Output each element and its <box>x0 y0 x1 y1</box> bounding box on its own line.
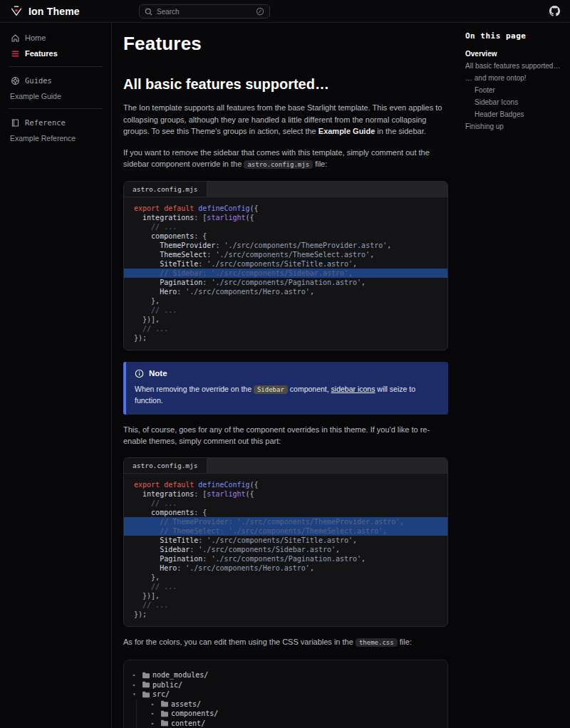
caret-right-icon: ▸ <box>133 672 142 678</box>
code-block-header: astro.config.mjs <box>124 458 447 474</box>
paragraph-reenable: This, of course, goes for any of the com… <box>123 424 448 447</box>
code-line: // ... <box>124 600 447 610</box>
code-lines[interactable]: export default defineConfig({ integratio… <box>124 474 447 626</box>
code-line: // ... <box>124 222 447 232</box>
tree-item-assets[interactable]: ▸assets/ <box>133 700 439 709</box>
code-block-sidebar-override: astro.config.mjs export default defineCo… <box>123 181 448 350</box>
paragraph-text: file: <box>398 638 412 646</box>
sidebar-group-label: Reference <box>25 118 66 127</box>
paragraph-text: As for the colors, you can edit them usi… <box>123 638 356 646</box>
toc-list: OverviewAll basic features supported…… a… <box>465 48 563 132</box>
indent-guide <box>136 700 151 709</box>
tree-item-components[interactable]: ▸components/ <box>133 709 439 719</box>
folder-icon <box>142 691 152 698</box>
inline-code-theme-css: theme.css <box>356 638 398 647</box>
code-line: export default defineConfig({ <box>124 204 447 213</box>
paragraph-text: file: <box>313 160 327 168</box>
code-line: // ... <box>124 324 447 333</box>
code-line-highlighted: // Sidebar: './src/components/Sidebar.as… <box>124 269 447 278</box>
folder-icon <box>160 700 171 707</box>
code-filename: astro.config.mjs <box>133 185 198 193</box>
code-line: Hero: './src/components/Hero.astro', <box>124 563 447 573</box>
sidebar-divider <box>9 66 103 67</box>
folder-icon <box>142 681 152 688</box>
toc-item-sidebar-icons[interactable]: Sidebar Icons <box>465 96 563 108</box>
bold-example-guide: Example Guide <box>318 127 375 135</box>
code-line: integrations: [starlight({ <box>124 213 447 222</box>
sidebar-item-example-reference[interactable]: Example Reference <box>9 131 103 145</box>
code-line: }); <box>124 610 447 619</box>
ion-logo-icon <box>10 5 23 17</box>
search-input[interactable]: Search <box>139 4 270 19</box>
code-line: }, <box>124 573 447 582</box>
main-content: Features All basic features supported… T… <box>112 23 460 728</box>
file-tree: ▸node_modules/▸public/▾src/▸assets/▸comp… <box>123 660 448 728</box>
toc-item-overview[interactable]: Overview <box>465 48 563 60</box>
tree-folder-label: components/ <box>171 709 218 717</box>
tree-item-node_modules[interactable]: ▸node_modules/ <box>133 670 439 680</box>
caret-down-icon: ▾ <box>133 691 142 697</box>
code-line: // ... <box>124 499 447 508</box>
code-line: Pagination: './src/components/Pagination… <box>124 554 447 563</box>
tree-folder-label: src/ <box>152 690 170 698</box>
indent-guide <box>136 709 151 719</box>
note-text: When removing the override on the <box>135 385 254 393</box>
tree-folder-label: content/ <box>171 719 205 727</box>
code-line: components: { <box>124 508 447 517</box>
tree-folder-label: public/ <box>152 681 182 689</box>
toc-item-footer[interactable]: Footer <box>465 84 563 96</box>
sidebar-item-features[interactable]: Features <box>9 46 103 61</box>
paragraph-sidebar-removal: If you want to remove the sidebar that c… <box>123 147 448 171</box>
code-tab-filename[interactable]: astro.config.mjs <box>124 182 207 197</box>
sidebar-group-guides[interactable]: Guides <box>9 72 103 89</box>
sidebar-divider <box>9 108 103 109</box>
caret-right-icon: ▸ <box>133 682 142 688</box>
tree-item-src[interactable]: ▾src/ <box>133 690 439 700</box>
code-line: })], <box>124 591 447 600</box>
tree-folder-label: assets/ <box>171 700 201 708</box>
inline-code-astro-config: astro.config.mjs <box>244 160 313 169</box>
search-placeholder: Search <box>157 8 252 16</box>
toc-item-all-basic-features-supported[interactable]: All basic features supported… <box>465 60 563 72</box>
site-logo[interactable]: Ion Theme <box>10 5 80 17</box>
code-line: Pagination: './src/components/Pagination… <box>124 278 447 287</box>
paragraph-intro: The Ion template supports all features f… <box>123 102 448 137</box>
code-tab-filename[interactable]: astro.config.mjs <box>124 458 207 473</box>
sidebar-item-home[interactable]: Home <box>9 30 103 46</box>
search-icon <box>145 8 152 16</box>
site-title: Ion Theme <box>28 6 80 17</box>
slash-shortcut-icon <box>256 7 264 16</box>
sidebar-icons-link[interactable]: sidebar icons <box>331 385 375 393</box>
paragraph-colors: As for the colors, you can edit them usi… <box>123 636 448 649</box>
code-line-highlighted: // ThemeProvider: './src/components/Them… <box>124 517 447 526</box>
tree-folder-label: node_modules/ <box>152 671 208 679</box>
code-line: integrations: [starlight({ <box>124 489 447 499</box>
note-title: Note <box>149 369 167 378</box>
home-icon <box>10 33 20 43</box>
sidebar-group-label: Guides <box>25 76 52 85</box>
code-line: Hero: './src/components/Hero.astro', <box>124 287 447 296</box>
lifebuoy-icon <box>10 76 20 85</box>
tree-item-content[interactable]: ▸content/ <box>133 719 439 728</box>
note-text: component, <box>288 385 331 393</box>
code-line: })], <box>124 315 447 324</box>
code-line: ThemeProvider: './src/components/ThemePr… <box>124 241 447 250</box>
section-heading: All basic features supported… <box>123 76 448 93</box>
note-header: Note <box>135 369 438 378</box>
sidebar-item-example-guide[interactable]: Example Guide <box>9 89 103 103</box>
book-icon <box>10 118 20 128</box>
code-lines[interactable]: export default defineConfig({ integratio… <box>124 197 447 350</box>
on-this-page-sidebar: On this page OverviewAll basic features … <box>460 23 570 728</box>
toc-item-and-more-ontop[interactable]: … and more ontop! <box>465 72 563 84</box>
toc-item-header-badges[interactable]: Header Badges <box>465 108 563 120</box>
sidebar-group-reference[interactable]: Reference <box>9 114 103 131</box>
sidebar-nav: HomeFeaturesGuidesExample GuideReference… <box>9 30 103 145</box>
caret-right-icon: ▸ <box>151 701 160 707</box>
code-block-header: astro.config.mjs <box>124 182 447 197</box>
github-icon[interactable] <box>549 6 560 16</box>
toc-item-finishing-up[interactable]: Finishing up <box>465 120 563 132</box>
toc-title: On this page <box>465 31 563 41</box>
code-line: }); <box>124 333 447 343</box>
tree-item-public[interactable]: ▸public/ <box>133 680 439 690</box>
sidebar-item-label: Home <box>25 33 46 42</box>
